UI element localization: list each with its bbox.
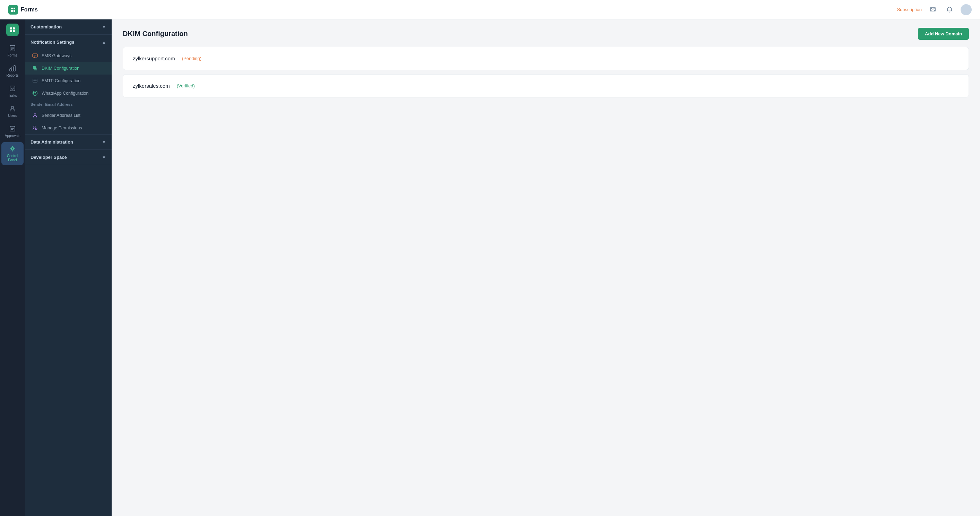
content-header: DKIM Configuration Add New Domain xyxy=(123,28,969,40)
svg-point-29 xyxy=(33,126,35,128)
section-notification-label: Notification Settings xyxy=(30,40,74,45)
svg-rect-23 xyxy=(34,68,37,70)
section-customisation-header[interactable]: Customisation ▼ xyxy=(25,19,111,34)
section-notification-settings: Notification Settings ▲ xyxy=(25,35,111,135)
sidebar-item-approvals[interactable]: Approvals xyxy=(2,122,24,141)
sidebar-logo xyxy=(6,24,19,36)
domain-name-2: zylkersales.com xyxy=(133,83,170,89)
sidebar-item-sender-address-list[interactable]: Sender Address List xyxy=(25,109,111,122)
svg-point-18 xyxy=(11,148,14,150)
sender-address-list-label: Sender Address List xyxy=(41,113,80,118)
section-developer-header[interactable]: Developer Space ▼ xyxy=(25,150,111,165)
tasks-label: Tasks xyxy=(8,94,17,98)
section-notification-header[interactable]: Notification Settings ▲ xyxy=(25,35,111,49)
section-developer-space: Developer Space ▼ xyxy=(25,150,111,165)
sidebar-item-sms-gateways[interactable]: SMS Gateways xyxy=(25,49,111,62)
sidebar-item-smtp-configuration[interactable]: SMTP Configuration xyxy=(25,75,111,87)
domain-name-1: zylkersupport.com xyxy=(133,56,175,61)
smtp-config-label: SMTP Configuration xyxy=(41,78,80,83)
app-logo-area: Forms xyxy=(8,5,897,14)
chevron-down-icon-2: ▼ xyxy=(102,140,106,145)
user-avatar[interactable] xyxy=(961,4,972,15)
whatsapp-config-label: WhatsApp Configuration xyxy=(41,91,89,96)
add-new-domain-button[interactable]: Add New Domain xyxy=(918,28,969,40)
section-data-admin-label: Data Administration xyxy=(30,139,73,145)
sidebar-item-tasks[interactable]: Tasks xyxy=(2,82,24,100)
manage-permissions-icon xyxy=(32,125,38,131)
chat-icon[interactable] xyxy=(927,4,939,15)
section-data-admin-header[interactable]: Data Administration ▼ xyxy=(25,135,111,150)
app-name: Forms xyxy=(21,6,38,13)
svg-rect-2 xyxy=(11,10,13,12)
svg-rect-0 xyxy=(11,8,13,10)
chevron-down-icon-3: ▼ xyxy=(102,155,106,160)
domain-card-2: zylkersales.com (Verified) xyxy=(123,74,969,97)
svg-rect-13 xyxy=(12,67,13,71)
sender-list-icon xyxy=(32,112,38,119)
status-badge-2: (Verified) xyxy=(177,83,195,88)
manage-permissions-label: Manage Permissions xyxy=(41,126,82,131)
forms-icon xyxy=(9,45,16,52)
sms-gateways-label: SMS Gateways xyxy=(41,53,72,58)
chevron-up-icon: ▲ xyxy=(102,40,106,45)
sidebar-item-users[interactable]: Users xyxy=(2,102,24,121)
content-area: DKIM Configuration Add New Domain zylker… xyxy=(111,19,980,516)
svg-rect-6 xyxy=(10,30,12,32)
dkim-icon xyxy=(32,65,38,72)
svg-rect-14 xyxy=(14,65,15,71)
control-panel-icon xyxy=(9,145,16,153)
section-developer-label: Developer Space xyxy=(30,154,67,160)
svg-rect-17 xyxy=(10,126,15,131)
sender-email-subsection-label: Sender Email Address xyxy=(25,100,111,109)
bell-icon[interactable] xyxy=(944,4,955,15)
approvals-label: Approvals xyxy=(5,134,20,138)
subscription-link[interactable]: Subscription xyxy=(897,7,922,12)
sidebar-item-control-panel[interactable]: Control Panel xyxy=(2,142,24,165)
topbar-right: Subscription xyxy=(897,4,972,15)
svg-rect-7 xyxy=(13,30,15,32)
svg-rect-1 xyxy=(14,8,15,10)
svg-rect-12 xyxy=(10,68,11,71)
forms-label: Forms xyxy=(8,53,18,57)
control-panel-label: Control Panel xyxy=(3,154,22,162)
icon-sidebar: Forms Reports xyxy=(0,19,25,516)
svg-point-16 xyxy=(11,107,14,109)
sidebar-item-forms[interactable]: Forms xyxy=(2,41,24,61)
svg-point-26 xyxy=(34,114,36,115)
svg-rect-5 xyxy=(13,27,15,29)
topbar: Forms Subscription xyxy=(0,0,980,19)
svg-rect-15 xyxy=(10,86,15,91)
sidebar-item-dkim-configuration[interactable]: DKIM Configuration xyxy=(25,62,111,75)
svg-rect-4 xyxy=(10,27,12,29)
whatsapp-icon xyxy=(32,90,38,96)
section-customisation-label: Customisation xyxy=(30,24,62,29)
svg-rect-24 xyxy=(33,79,37,82)
reports-icon xyxy=(9,65,16,72)
app-logo-icon xyxy=(8,5,18,14)
status-badge-1: (Pending) xyxy=(182,56,201,61)
sms-icon xyxy=(32,53,38,59)
domain-card-1: zylkersupport.com (Pending) xyxy=(123,47,969,70)
reports-label: Reports xyxy=(6,73,18,78)
smtp-icon xyxy=(32,78,38,84)
sidebar-item-whatsapp-configuration[interactable]: WhatsApp Configuration xyxy=(25,87,111,100)
section-data-administration: Data Administration ▼ xyxy=(25,135,111,150)
svg-rect-19 xyxy=(33,54,37,57)
dkim-config-label: DKIM Configuration xyxy=(41,66,80,71)
users-label: Users xyxy=(8,114,17,118)
approvals-icon xyxy=(9,125,16,132)
chevron-down-icon: ▼ xyxy=(102,25,106,29)
page-title: DKIM Configuration xyxy=(123,30,188,38)
sidebar-item-reports[interactable]: Reports xyxy=(2,62,24,80)
section-customisation: Customisation ▼ xyxy=(25,19,111,35)
secondary-sidebar: Customisation ▼ Notification Settings ▲ xyxy=(25,19,111,516)
users-icon xyxy=(9,105,16,112)
sidebar-item-manage-permissions[interactable]: Manage Permissions xyxy=(25,122,111,134)
tasks-icon xyxy=(9,84,16,92)
notification-items: SMS Gateways DKIM Configuration xyxy=(25,49,111,134)
svg-rect-3 xyxy=(14,10,15,12)
